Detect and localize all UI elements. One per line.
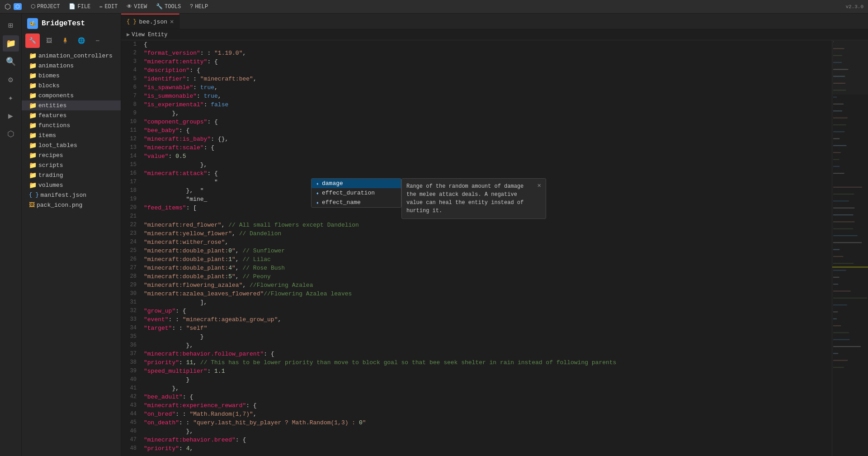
menu-help[interactable]: ? HELP bbox=[186, 2, 212, 12]
menu-file[interactable]: 📄 FILE bbox=[65, 1, 94, 12]
table-row: "minecraft:behavior.breed": { bbox=[144, 436, 828, 444]
autocomplete-item-effect-name[interactable]: ⬧ effect_name bbox=[311, 198, 401, 207]
menu-view[interactable]: 👁 VIEW bbox=[123, 1, 151, 12]
tree-item-label: animation_controllers bbox=[38, 52, 113, 59]
version-label: v2.3.0 bbox=[845, 4, 863, 10]
search-icon[interactable]: 🔍 bbox=[3, 53, 19, 70]
file-explorer-icon[interactable]: 📁 bbox=[3, 35, 19, 52]
table-row: ], bbox=[144, 298, 828, 307]
table-row: "speed_multiplier": 1.1 bbox=[144, 367, 828, 375]
table-row: "priority": 4, bbox=[144, 444, 828, 453]
run-icon[interactable]: ▶ bbox=[3, 108, 19, 124]
table-row: "is_experimental": false bbox=[144, 100, 828, 109]
code-content[interactable]: { "format_version": : "1.19.0", "minecra… bbox=[140, 40, 832, 456]
table-row: "minecraft:red_flower", // All small flo… bbox=[144, 221, 828, 229]
folder-icon: 📁 bbox=[29, 132, 37, 139]
table-row: "minecraft:yellow_flower", // Dandelion bbox=[144, 229, 828, 238]
folder-icon: 📁 bbox=[29, 52, 37, 60]
autocomplete-label: effect_duration bbox=[322, 190, 375, 196]
tab-close-button[interactable]: ✕ bbox=[170, 19, 174, 25]
tree-item-manifest-json[interactable]: { } manifest.json bbox=[22, 190, 121, 200]
table-row: "minecraft:double_plant:0", // Sunflower bbox=[144, 247, 828, 255]
table-row: "target": : "self" bbox=[144, 324, 828, 332]
autocomplete-item-damage[interactable]: ⬧ damage bbox=[311, 179, 401, 188]
tree-item-functions[interactable]: 📁 functions bbox=[22, 120, 121, 130]
tree-item-items[interactable]: 📁 items bbox=[22, 130, 121, 140]
table-row: "minecraft:double_plant:1", // Lilac bbox=[144, 255, 828, 264]
table-row: "minecraft:entity": { bbox=[144, 57, 828, 66]
table-row: "bee_baby": { bbox=[144, 126, 828, 135]
tree-item-entities[interactable]: 📁 entities bbox=[22, 100, 121, 110]
table-row: "minecraft:attack": { bbox=[144, 169, 828, 178]
tree-item-components[interactable]: 📁 components bbox=[22, 90, 121, 100]
tree-item-animations[interactable]: 📁 animations bbox=[22, 61, 121, 71]
folder-icon: 📁 bbox=[29, 162, 37, 169]
folder-icon: 📁 bbox=[29, 112, 37, 119]
tree-item-features[interactable]: 📁 features bbox=[22, 110, 121, 120]
tree-item-blocks[interactable]: 📁 blocks bbox=[22, 81, 121, 90]
sidebar: 🐝 BridgeTest 🔧 🖼 🧍 🌐 ⋯ 📁 animation_contr… bbox=[22, 14, 121, 456]
table-row: }, bbox=[144, 161, 828, 169]
table-row: "minecraft:flowering_azalea", //Flowerin… bbox=[144, 281, 828, 290]
tooltip-close-button[interactable]: ✕ bbox=[538, 182, 541, 189]
grid-icon[interactable]: ⊞ bbox=[3, 17, 19, 33]
tree-item-pack-icon-png[interactable]: 🖼 pack_icon.png bbox=[22, 200, 121, 210]
autocomplete-symbol: ⬧ bbox=[316, 181, 319, 186]
file-tree: 📁 animation_controllers 📁 animations 📁 b… bbox=[22, 50, 121, 456]
plugin-icon[interactable]: ⬡ bbox=[3, 126, 19, 142]
tree-item-animation-controllers[interactable]: 📁 animation_controllers bbox=[22, 51, 121, 61]
folder-icon: 📁 bbox=[29, 72, 37, 80]
tree-item-label: biomes bbox=[38, 72, 60, 79]
menu-tools[interactable]: 🔧 TOOLS bbox=[152, 1, 184, 12]
extensions-icon[interactable]: ✦ bbox=[3, 90, 19, 106]
table-row: "description": { bbox=[144, 66, 828, 75]
project-name: BridgeTest bbox=[42, 19, 85, 28]
more-button[interactable]: ⋯ bbox=[90, 33, 105, 48]
tree-item-recipes[interactable]: 📁 recipes bbox=[22, 150, 121, 160]
person-button[interactable]: 🧍 bbox=[58, 33, 72, 48]
tab-bee-json[interactable]: { } bee.json ✕ bbox=[121, 14, 179, 29]
table-row: "minecraft:wither_rose", bbox=[144, 238, 828, 247]
tree-item-volumes[interactable]: 📁 volumes bbox=[22, 180, 121, 190]
folder-icon: 📁 bbox=[29, 92, 37, 100]
image-button[interactable]: 🖼 bbox=[42, 33, 56, 48]
menu-edit[interactable]: ✏ EDIT bbox=[96, 1, 121, 12]
activity-bar: ⊞ 📁 🔍 ⚙ ✦ ▶ ⬡ bbox=[0, 14, 22, 456]
folder-icon: 📁 bbox=[29, 142, 37, 149]
autocomplete-symbol: ⬧ bbox=[316, 200, 319, 205]
tree-item-biomes[interactable]: 📁 biomes bbox=[22, 71, 121, 81]
tree-item-label: components bbox=[38, 92, 74, 99]
minimap-canvas bbox=[832, 40, 868, 456]
table-row: "minecraft:is_baby": {}, bbox=[144, 135, 828, 143]
tree-item-trading[interactable]: 📁 trading bbox=[22, 170, 121, 180]
breadcrumb-view-entity[interactable]: View Entity bbox=[132, 32, 167, 38]
menu-project[interactable]: ⬡ PROJECT bbox=[27, 1, 63, 12]
table-row: "priority": 11, // This has to be lower … bbox=[144, 358, 828, 367]
folder-icon: 📁 bbox=[29, 82, 37, 90]
editor-area: { } bee.json ✕ ▶ View Entity 12345678910… bbox=[121, 14, 868, 456]
minimap bbox=[832, 40, 868, 456]
autocomplete-item-effect-duration[interactable]: ⬧ effect_duration bbox=[311, 188, 401, 198]
table-row: "format_version": : "1.19.0", bbox=[144, 49, 828, 57]
tree-item-loot-tables[interactable]: 📁 loot_tables bbox=[22, 140, 121, 150]
tab-bar: { } bee.json ✕ bbox=[121, 14, 868, 29]
globe-button[interactable]: 🌐 bbox=[74, 33, 89, 48]
tree-item-label: features bbox=[38, 112, 66, 119]
table-row: "bee_adult": { bbox=[144, 393, 828, 401]
table-row: "minecraft:azalea_leaves_flowered" //Flo… bbox=[144, 290, 828, 298]
table-row: "value": 0.5 bbox=[144, 152, 828, 161]
file-json-icon: { } bbox=[29, 192, 39, 198]
app-logo: ⬡ ⬡ bbox=[5, 2, 22, 11]
settings-icon[interactable]: ⚙ bbox=[3, 71, 19, 88]
table-row: }, bbox=[144, 384, 828, 393]
tree-item-scripts[interactable]: 📁 scripts bbox=[22, 160, 121, 170]
autocomplete-label: damage bbox=[322, 180, 343, 187]
wrench-button[interactable]: 🔧 bbox=[25, 33, 40, 48]
folder-icon: 📁 bbox=[29, 171, 37, 179]
tree-item-label: trading bbox=[38, 172, 63, 179]
table-row: "is_spawnable": true, bbox=[144, 83, 828, 92]
tab-file-icon: { } bbox=[127, 19, 137, 25]
folder-icon: 📁 bbox=[29, 102, 37, 109]
sidebar-header: 🐝 BridgeTest bbox=[22, 14, 121, 32]
folder-icon: 📁 bbox=[29, 122, 37, 129]
